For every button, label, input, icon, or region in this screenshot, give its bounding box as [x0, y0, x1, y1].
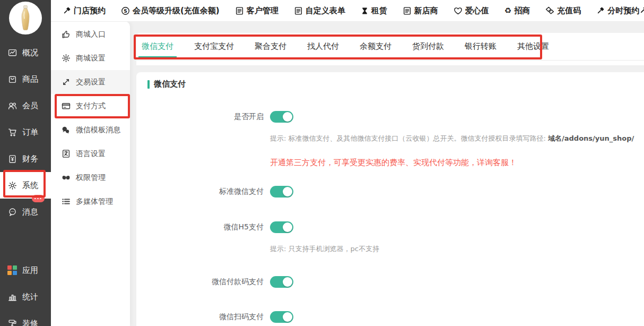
tab-聚合支付[interactable]: 聚合支付 — [255, 41, 286, 52]
form-row: 是否开启 — [136, 111, 644, 123]
tags-icon — [545, 6, 554, 15]
sidebar-item-统计[interactable]: 统计 — [0, 284, 51, 310]
topbar-item[interactable]: 充值码 — [545, 6, 581, 16]
apps-icon — [7, 265, 18, 275]
tab-找人代付[interactable]: 找人代付 — [307, 41, 339, 52]
topbar-item-label: 分时预约 — [607, 6, 639, 16]
orders-icon — [7, 128, 18, 137]
perfume-bottle-image — [16, 5, 34, 31]
toggle-switch[interactable] — [270, 186, 293, 198]
s-circle-icon: S — [121, 6, 130, 15]
shop-logo-avatar[interactable] — [9, 2, 42, 35]
submenu-item-label: 语言设置 — [76, 149, 106, 159]
sidebar-item-label: 概况 — [22, 48, 38, 58]
form-group: 微信付款码支付 — [136, 276, 644, 288]
tab-货到付款[interactable]: 货到付款 — [412, 41, 444, 52]
payment-tabbar: 微信支付支付宝支付聚合支付找人代付余额支付货到付款银行转账其他设置 — [136, 33, 644, 65]
topbar: 门店预约S会员等级升级(充值余额)客户管理自定义表单租赁新店商爱心值♻招商充值码… — [51, 0, 644, 22]
sidebar-item-label: 统计 — [22, 292, 38, 302]
sidebar-item-label: 订单 — [22, 127, 38, 138]
section-title: 微信支付 — [154, 79, 186, 89]
topbar-item[interactable]: 门店预约 — [63, 6, 106, 16]
submenu-item-label: 商城入口 — [76, 30, 106, 39]
sidebar-item-商品[interactable]: 商品 — [0, 66, 51, 92]
sidebar-item-订单[interactable]: 订单 — [0, 119, 51, 145]
topbar-item-label: 充值码 — [557, 6, 581, 16]
roller-icon — [7, 319, 18, 326]
sidebar-item-label: 装修 — [22, 319, 38, 326]
topbar-item[interactable]: ♻招商 — [504, 6, 530, 16]
toggle-switch[interactable] — [270, 276, 293, 288]
submenu-item-商城设置[interactable]: 商城设置 — [51, 46, 130, 70]
form-label: 标准微信支付 — [136, 187, 270, 196]
topbar-item[interactable]: 新店商 — [403, 6, 438, 16]
topbar-item[interactable]: 租赁 — [361, 6, 387, 16]
form-row: 微信H5支付 — [136, 221, 644, 233]
toggle-switch[interactable] — [270, 221, 293, 233]
submenu-item-交易设置[interactable]: 交易设置 — [51, 70, 130, 94]
list-icon — [61, 197, 71, 206]
topbar-item[interactable]: 自定义表单 — [294, 6, 345, 16]
form-group: 是否开启提示: 标准微信支付、及其他微信支付接口（云收银）总开关。微信支付授权目… — [136, 111, 644, 168]
stats-icon — [7, 293, 18, 302]
submenu-item-权限管理[interactable]: 权限管理 — [51, 166, 130, 190]
form-icon — [235, 6, 244, 15]
sidebar-item-label: 会员 — [22, 101, 38, 111]
sidebar-spacer — [0, 225, 51, 257]
sidebar-item-label: 消息 — [22, 207, 38, 217]
sidebar-item-财务[interactable]: 财务 — [0, 145, 51, 172]
form-label: 微信扫码支付 — [136, 312, 270, 322]
main-sidebar: 概况商品会员订单财务系统消息...应用统计装修 — [0, 0, 51, 326]
goods-icon — [7, 75, 18, 84]
payment-tabs: 微信支付支付宝支付聚合支付找人代付余额支付货到付款银行转账其他设置 — [136, 33, 644, 61]
overview-icon — [7, 48, 18, 57]
recycle-icon: ♻ — [504, 7, 511, 15]
tab-支付宝支付[interactable]: 支付宝支付 — [194, 41, 234, 52]
form-row: 微信付款码支付 — [136, 276, 644, 288]
sidebar-item-label: 财务 — [22, 154, 38, 164]
thumb-icon — [61, 30, 71, 39]
submenu-item-商城入口[interactable]: 商城入口 — [51, 22, 130, 46]
topbar-item[interactable]: 分时预约 — [596, 6, 639, 16]
sidebar-item-会员[interactable]: 会员 — [0, 92, 51, 119]
submenu-item-支付方式[interactable]: 支付方式 — [51, 94, 130, 118]
form-label: 微信付款码支付 — [136, 277, 270, 287]
submenu-item-微信模板消息[interactable]: 微信模板消息 — [51, 118, 130, 142]
tab-银行转账[interactable]: 银行转账 — [465, 41, 497, 52]
topbar-item-label: 会员等级升级(充值余额) — [133, 6, 220, 16]
sidebar-item-装修[interactable]: 装修 — [0, 310, 51, 326]
submenu-item-语言设置[interactable]: 语言设置 — [51, 142, 130, 166]
topbar-item[interactable]: 客户管理 — [235, 6, 279, 16]
tab-微信支付[interactable]: 微信支付 — [142, 41, 173, 52]
topbar-item-label: 客户管理 — [247, 6, 279, 16]
message-icon — [7, 208, 18, 217]
tab-其他设置[interactable]: 其他设置 — [517, 41, 549, 52]
form-label: 微信H5支付 — [136, 222, 270, 232]
sidebar-item-消息[interactable]: 消息... — [0, 199, 51, 225]
sidebar-item-label: 系统 — [22, 181, 38, 191]
mask-icon — [61, 173, 71, 182]
svg-text:S: S — [124, 8, 127, 13]
sidebar-item-label: 应用 — [22, 265, 38, 276]
topbar-item[interactable]: 爱心值 — [454, 6, 489, 16]
sidebar-item-系统[interactable]: 系统 — [0, 172, 51, 199]
gear-icon — [7, 181, 18, 190]
form-warning: 开通第三方支付，可享受更实惠的费率、实现代付等功能，详询客服！ — [270, 158, 644, 168]
partial-gavel-icon[interactable] — [639, 5, 644, 16]
form-icon — [294, 6, 303, 15]
form-label: 是否开启 — [136, 112, 270, 122]
toggle-switch[interactable] — [270, 111, 293, 123]
section-header: 微信支付 — [147, 79, 644, 89]
sidebar-item-概况[interactable]: 概况 — [0, 39, 51, 66]
form-group: 微信H5支付提示: 只支持手机浏览器，pc不支持 — [136, 221, 644, 254]
form-hint: 提示: 标准微信支付、及其他微信支付接口（云收银）总开关。微信支付授权目录填写路… — [270, 134, 644, 143]
sidebar-item-应用[interactable]: 应用 — [0, 257, 51, 284]
topbar-item-label: 自定义表单 — [306, 6, 345, 16]
submenu-item-多媒体管理[interactable]: 多媒体管理 — [51, 190, 130, 213]
tab-余额支付[interactable]: 余额支付 — [360, 41, 391, 52]
hourglass-icon — [361, 7, 369, 15]
section-accent-bar — [147, 80, 150, 89]
hint-path: 域名/addons/yun_shop/ — [548, 134, 634, 142]
topbar-item[interactable]: S会员等级升级(充值余额) — [121, 6, 220, 16]
toggle-switch[interactable] — [270, 311, 293, 323]
